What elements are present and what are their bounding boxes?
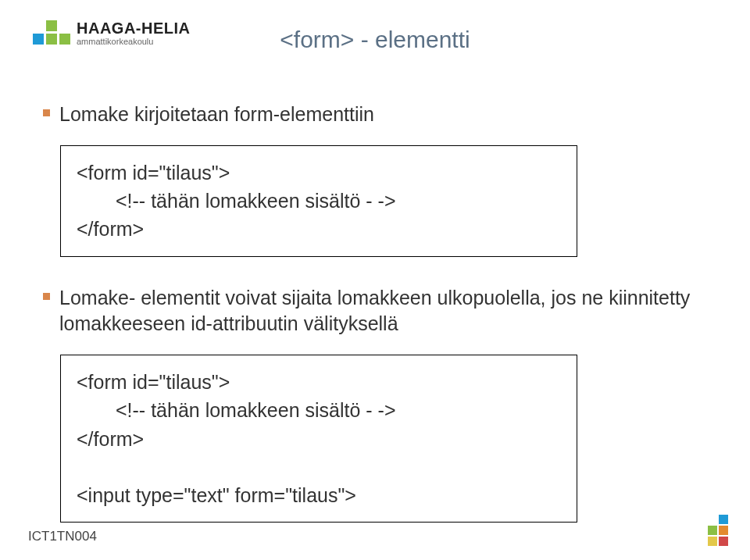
- bullet-icon: [43, 293, 50, 300]
- bullet-2-text: Lomake- elementit voivat sijaita lomakke…: [59, 285, 703, 338]
- footer-code: ICT1TN004: [28, 529, 97, 544]
- bullet-1-text: Lomake kirjoitetaan form-elementtiin: [59, 102, 374, 128]
- code2-line1: <form id="tilaus">: [77, 371, 230, 393]
- corner-decoration: [708, 515, 728, 546]
- code-box-1: <form id="tilaus"> <!-- tähän lomakkeen …: [60, 145, 577, 257]
- code2-line3: </form>: [77, 428, 144, 450]
- code1-line3: </form>: [77, 218, 144, 240]
- bullet-1: Lomake kirjoitetaan form-elementtiin: [43, 102, 703, 128]
- code2-line5: <input type="text" form="tilaus">: [77, 484, 356, 506]
- code2-line2: <!-- tähän lomakkeen sisältö - ->: [77, 396, 561, 424]
- code-box-2: <form id="tilaus"> <!-- tähän lomakkeen …: [60, 355, 577, 523]
- slide-content: Lomake kirjoitetaan form-elementtiin <fo…: [43, 102, 703, 523]
- slide-title: <form> - elementti: [0, 27, 750, 53]
- code1-line1: <form id="tilaus">: [77, 162, 230, 184]
- bullet-icon: [43, 109, 50, 116]
- code1-line2: <!-- tähän lomakkeen sisältö - ->: [77, 187, 561, 215]
- bullet-2: Lomake- elementit voivat sijaita lomakke…: [43, 285, 703, 338]
